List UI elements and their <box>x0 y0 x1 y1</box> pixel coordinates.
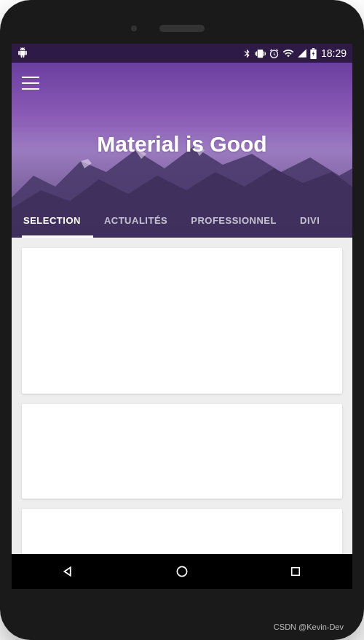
nav-back-button[interactable] <box>47 554 90 589</box>
phone-camera <box>131 26 137 31</box>
screen: 18:29 Material is Good SELECTION ACTUALI… <box>12 44 352 589</box>
status-bar: 18:29 <box>12 44 352 63</box>
tab-actualites[interactable]: ACTUALITÉS <box>92 203 179 238</box>
vibrate-icon <box>255 48 266 59</box>
svg-rect-1 <box>312 48 314 50</box>
wifi-icon <box>282 47 294 59</box>
android-debug-icon <box>17 47 28 60</box>
card-item[interactable] <box>22 509 342 554</box>
status-time: 18:29 <box>321 47 347 59</box>
bluetooth-icon <box>242 49 252 58</box>
svg-rect-3 <box>292 568 300 576</box>
svg-point-2 <box>177 566 186 576</box>
card-item[interactable] <box>22 404 342 499</box>
content-area[interactable] <box>12 238 352 554</box>
status-right: 18:29 <box>242 47 347 59</box>
toolbar <box>12 63 352 104</box>
status-left <box>17 47 28 60</box>
header-area: Material is Good SELECTION ACTUALITÉS PR… <box>12 63 352 238</box>
phone-speaker <box>159 25 205 32</box>
phone-frame: 18:29 Material is Good SELECTION ACTUALI… <box>0 0 364 640</box>
nav-home-button[interactable] <box>160 554 204 589</box>
tab-divers[interactable]: DIVI <box>288 203 331 238</box>
battery-charging-icon <box>310 48 317 59</box>
tab-bar: SELECTION ACTUALITÉS PROFESSIONNEL DIVI <box>12 203 352 238</box>
tab-professionnel[interactable]: PROFESSIONNEL <box>179 203 288 238</box>
navigation-bar <box>12 554 352 589</box>
watermark: CSDN @Kevin-Dev <box>274 623 344 631</box>
nav-recent-button[interactable] <box>274 554 317 589</box>
signal-icon <box>297 48 307 58</box>
menu-button[interactable] <box>22 77 39 90</box>
tab-selection[interactable]: SELECTION <box>12 203 92 238</box>
page-title: Material is Good <box>12 132 352 157</box>
card-item[interactable] <box>22 248 342 394</box>
alarm-icon <box>269 48 280 59</box>
tab-indicator <box>22 235 93 238</box>
